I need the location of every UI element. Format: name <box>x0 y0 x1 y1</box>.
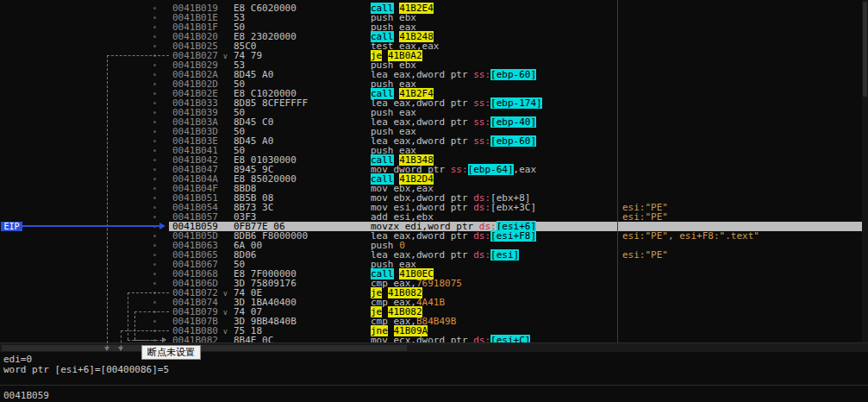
breakpoint-dot[interactable] <box>153 282 156 285</box>
disasm-row[interactable]: 0041B0658D06lea eax,dword ptr ds:[esi]es… <box>0 250 868 260</box>
breakpoint-dot[interactable] <box>153 92 156 95</box>
comment-cell: esi:"PE" <box>622 250 668 260</box>
breakpoint-dot[interactable] <box>153 292 156 294</box>
breakpoint-dot[interactable] <box>153 140 156 142</box>
breakpoint-dot[interactable] <box>153 149 156 152</box>
disasm-row[interactable]: 0041B06750push eax <box>0 260 868 269</box>
breakpoint-dot[interactable] <box>153 16 156 19</box>
breakpoint-dot[interactable] <box>153 225 156 228</box>
breakpoint-dot[interactable] <box>153 187 156 190</box>
breakpoint-dot[interactable] <box>153 7 156 9</box>
breakpoint-dot[interactable] <box>153 73 156 76</box>
breakpoint-dot[interactable] <box>153 330 156 332</box>
disasm-row[interactable]: 0041B06D3D 75809176cmp eax,76918075 <box>0 279 868 288</box>
disasm-row[interactable]: 0041B03E8D45 A0lea eax,dword ptr ss:[ebp… <box>0 136 868 146</box>
breakpoint-dot[interactable] <box>153 121 156 123</box>
disasm-row[interactable]: 0041B0478945 9Cmov dword ptr ss:[ebp-64]… <box>0 165 868 174</box>
disasm-row[interactable]: 0041B05D8DB6 F8000000lea eax,dword ptr d… <box>0 231 868 241</box>
horizontal-scrollbar-thumb[interactable] <box>2 345 407 351</box>
breakpoint-dot[interactable] <box>153 216 156 218</box>
breakpoint-dot[interactable] <box>153 244 156 247</box>
disasm-row[interactable]: 0041B03A8D45 C0lea eax,dword ptr ss:[ebp… <box>0 117 868 127</box>
breakpoint-dot[interactable] <box>153 197 156 199</box>
info-line-memory: word ptr [esi+6]=[00400086]=5 <box>3 365 868 375</box>
horizontal-scrollbar[interactable] <box>0 342 868 352</box>
disasm-row[interactable]: 0041B01F50push eax <box>0 22 868 32</box>
disasm-row[interactable]: 0041B04AE8 85020000call 41B2D4 <box>0 174 868 184</box>
breakpoint-dot[interactable] <box>153 320 156 323</box>
disasm-row[interactable]: 0041B04150push eax <box>0 146 868 155</box>
jump-down-indicator: v <box>223 327 228 336</box>
disasm-row[interactable]: 0041B0743D 1BA40400cmp eax,4A41B <box>0 298 868 307</box>
breakpoint-dot[interactable] <box>153 235 156 237</box>
debugger-disassembly-view: 0041B019E8 C6020000call 41B2E40041B01E53… <box>0 0 868 402</box>
breakpoint-dot[interactable] <box>153 301 156 304</box>
breakpoint-dot[interactable] <box>153 111 156 114</box>
disasm-row[interactable]: 0041B02585C0test eax,eax <box>0 41 868 51</box>
breakpoint-dot[interactable] <box>153 311 156 313</box>
disasm-row[interactable]: 0041B019E8 C6020000call 41B2E4 <box>0 3 868 13</box>
disasm-row[interactable]: 0041B02D50push eax <box>0 79 868 89</box>
jump-down-indicator: v <box>223 308 228 317</box>
disasm-row[interactable]: 0041B02A8D45 A0lea eax,dword ptr ss:[ebp… <box>0 70 868 79</box>
comment-column-separator <box>617 0 618 342</box>
breakpoint-dot[interactable] <box>153 273 156 275</box>
breakpoint-dot[interactable] <box>153 54 156 57</box>
status-bar-address: 0041B059 <box>3 390 49 401</box>
status-bar: 0041B059 <box>0 385 868 402</box>
breakpoint-not-set-tooltip: 断点未设置 <box>141 345 201 360</box>
disasm-row[interactable]: 0041B0548B73 3Cmov esi,dword ptr ds:[ebx… <box>0 203 868 212</box>
breakpoint-dot[interactable] <box>153 35 156 38</box>
jump-down-indicator: v <box>223 289 228 298</box>
breakpoint-dot[interactable] <box>153 64 156 66</box>
breakpoint-dot[interactable] <box>153 45 156 47</box>
jump-down-indicator: v <box>223 52 228 61</box>
disasm-row[interactable]: 0041B07B3D 9BB4840Bcmp eax,B84B49B <box>0 317 868 326</box>
info-panel: edi=0 word ptr [esi+6]=[00400086]=5 <box>0 352 868 385</box>
breakpoint-dot[interactable] <box>153 178 156 180</box>
breakpoint-dot[interactable] <box>153 263 156 266</box>
breakpoint-dot[interactable] <box>153 130 156 133</box>
breakpoint-dot[interactable] <box>153 159 156 161</box>
disasm-row[interactable]: 0041B0338D85 8CFEFFFFlea eax,dword ptr s… <box>0 98 868 108</box>
breakpoint-dot[interactable] <box>153 26 156 28</box>
comment-cell: esi:"PE", esi+F8:".text" <box>622 231 759 241</box>
comment-cell: esi:"PE" <box>622 212 668 222</box>
disasm-row[interactable]: 0041B027v74 79je 41B0A2 <box>0 51 868 60</box>
vertical-scrollbar-thumb[interactable] <box>863 2 867 97</box>
breakpoint-dot[interactable] <box>153 206 156 209</box>
vertical-scrollbar[interactable] <box>862 0 868 342</box>
disassembly-rows: 0041B019E8 C6020000call 41B2E40041B01E53… <box>0 0 868 345</box>
breakpoint-dot[interactable] <box>153 339 156 342</box>
breakpoint-dot[interactable] <box>153 254 156 256</box>
disasm-row[interactable]: 0041B01E53push ebx <box>0 13 868 22</box>
breakpoint-dot[interactable] <box>153 83 156 85</box>
breakpoint-dot[interactable] <box>153 102 156 104</box>
breakpoint-dot[interactable] <box>153 168 156 171</box>
